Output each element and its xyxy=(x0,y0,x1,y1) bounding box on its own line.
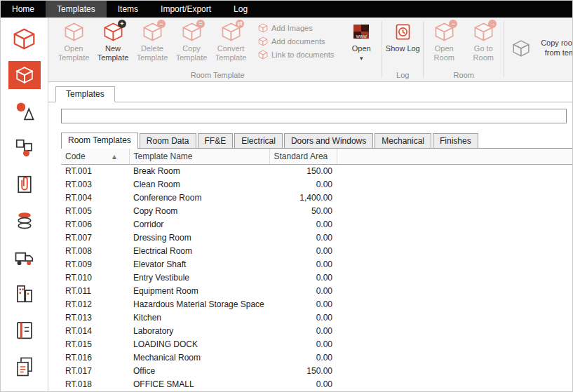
table-row[interactable]: RT.018OFFICE SMALL0.00 xyxy=(61,378,572,391)
row-code: RT.013 xyxy=(61,311,129,325)
menu-items[interactable]: Items xyxy=(107,1,149,18)
sidebar-item-templates[interactable] xyxy=(8,61,41,89)
go-to-room-button[interactable]: → Go to Room xyxy=(464,18,503,62)
open-room-button[interactable]: − Open Room xyxy=(424,18,464,62)
table-row[interactable]: RT.009Elevator Shaft0.00 xyxy=(61,258,572,271)
show-log-icon xyxy=(392,21,413,42)
equals-badge-icon: = xyxy=(196,20,205,28)
tab-room-data[interactable]: Room Data xyxy=(140,133,196,148)
row-code: RT.018 xyxy=(61,378,129,391)
sidebar xyxy=(1,18,48,391)
group-label-log: Log xyxy=(383,70,422,81)
ribbon-group-divider xyxy=(423,21,424,78)
main-content: Templates Room Templates Room Data FF&E … xyxy=(48,82,572,391)
open-template-button[interactable]: Open Template xyxy=(54,18,93,62)
sidebar-item-logistics[interactable] xyxy=(8,243,41,271)
truck-icon xyxy=(14,247,35,268)
table-row[interactable]: RT.015LOADING DOCK0.00 xyxy=(61,338,572,351)
row-code: RT.003 xyxy=(61,178,129,191)
table-row[interactable]: RT.007Dressing Room0.00 xyxy=(61,231,572,245)
new-template-button[interactable]: + New Template xyxy=(93,18,133,62)
row-template-name: Electrical Room xyxy=(129,245,269,258)
column-header-code[interactable]: Code ▲ xyxy=(61,149,129,164)
table-row[interactable]: RT.011Equipment Room0.00 xyxy=(61,285,572,298)
row-standard-area: 0.00 xyxy=(269,178,337,191)
tab-mechanical[interactable]: Mechanical xyxy=(375,133,431,148)
row-filler xyxy=(337,365,572,378)
copy-room-data-button[interactable]: Copy room data from template ▾ xyxy=(505,18,572,79)
menu-templates[interactable]: Templates xyxy=(46,1,107,18)
sidebar-item-buildings[interactable] xyxy=(8,280,41,308)
table-row[interactable]: RT.008Electrical Room0.00 xyxy=(61,245,572,258)
document-tab-templates[interactable]: Templates xyxy=(55,86,115,102)
sidebar-item-items[interactable] xyxy=(8,134,41,162)
row-code: RT.011 xyxy=(61,285,129,298)
add-images-button[interactable]: Add Images xyxy=(258,23,334,33)
convert-template-button[interactable]: ⇄ Convert Template xyxy=(211,18,250,62)
book-icon xyxy=(14,320,35,341)
delete-template-button[interactable]: − Delete Template xyxy=(133,18,172,62)
add-documents-button[interactable]: Add documents xyxy=(258,36,334,46)
show-log-button[interactable]: Show Log xyxy=(383,18,422,53)
tab-ffe[interactable]: FF&E xyxy=(198,133,234,148)
table-row[interactable]: RT.013Kitchen0.00 xyxy=(61,311,572,325)
row-template-name: Office xyxy=(129,365,269,378)
tab-doors-and-windows[interactable]: Doors and Windows xyxy=(284,133,373,148)
row-standard-area: 0.00 xyxy=(269,298,337,311)
row-code: RT.006 xyxy=(61,218,129,231)
column-header-template-name[interactable]: Template Name xyxy=(129,149,269,164)
table-row[interactable]: RT.012Hazardous Material Storage Space0.… xyxy=(61,298,572,311)
row-standard-area: 50.00 xyxy=(269,205,337,218)
row-template-name: Entry Vestibule xyxy=(129,271,269,285)
tab-finishes[interactable]: Finishes xyxy=(433,133,478,148)
table-row[interactable]: RT.001Break Room150.00 xyxy=(61,164,572,178)
row-code: RT.012 xyxy=(61,298,129,311)
tab-room-templates[interactable]: Room Templates xyxy=(61,133,138,149)
row-standard-area: 0.00 xyxy=(269,338,337,351)
row-template-name: Kitchen xyxy=(129,311,269,325)
link-to-documents-button[interactable]: Link to documents xyxy=(258,50,334,60)
www-icon: www xyxy=(351,21,372,42)
open-www-button[interactable]: www Open ▾ xyxy=(342,18,381,61)
table-row[interactable]: RT.005Copy Room50.00 xyxy=(61,205,572,218)
row-template-name: Break Room xyxy=(129,164,269,178)
shapes-icon xyxy=(14,101,35,122)
column-header-standard-area[interactable]: Standard Area xyxy=(269,149,337,164)
table-row[interactable]: RT.006Corridor0.00 xyxy=(61,218,572,231)
row-filler xyxy=(337,298,572,311)
table-row[interactable]: RT.014Laboratory0.00 xyxy=(61,325,572,338)
menu-home[interactable]: Home xyxy=(1,1,46,18)
table-row[interactable]: RT.010Entry Vestibule0.00 xyxy=(61,271,572,285)
tab-electrical[interactable]: Electrical xyxy=(234,133,283,148)
table-row[interactable]: RT.017Office150.00 xyxy=(61,365,572,378)
table-row[interactable]: RT.016Mechanical Room0.00 xyxy=(61,351,572,365)
table-row[interactable]: RT.003Clean Room0.00 xyxy=(61,178,572,191)
sidebar-item-shapes[interactable] xyxy=(8,97,41,126)
sidebar-item-reports[interactable] xyxy=(8,353,41,381)
row-template-name: Laboratory xyxy=(129,325,269,338)
attachment-icon xyxy=(14,174,35,195)
sidebar-item-attachments[interactable] xyxy=(8,170,41,198)
row-filler xyxy=(337,245,572,258)
building-icon xyxy=(14,283,35,304)
row-template-name: Elevator Shaft xyxy=(129,258,269,271)
row-template-name: Corridor xyxy=(129,218,269,231)
add-documents-icon xyxy=(258,36,268,46)
copy-template-button[interactable]: = Copy Template xyxy=(172,18,211,62)
menu-log[interactable]: Log xyxy=(222,1,259,18)
project-cube-icon xyxy=(13,27,36,50)
sidebar-item-project[interactable] xyxy=(8,25,41,53)
table-header-row: Code ▲ Template Name Standard Area xyxy=(61,149,572,164)
row-template-name: Hazardous Material Storage Space xyxy=(129,298,269,311)
sidebar-item-catalog[interactable] xyxy=(8,316,41,344)
table-row[interactable]: RT.004Conference Room1,400.00 xyxy=(61,191,572,205)
sidebar-item-cost-data[interactable] xyxy=(8,207,41,235)
row-template-name: LOADING DOCK xyxy=(129,338,269,351)
row-code: RT.001 xyxy=(61,164,129,178)
row-filler xyxy=(337,258,572,271)
row-filler xyxy=(337,325,572,338)
column-header-filler xyxy=(337,149,572,164)
filter-input[interactable] xyxy=(61,109,567,123)
menubar: Home Templates Items Import/Export Log xyxy=(1,1,572,18)
menu-import-export[interactable]: Import/Export xyxy=(149,1,222,18)
